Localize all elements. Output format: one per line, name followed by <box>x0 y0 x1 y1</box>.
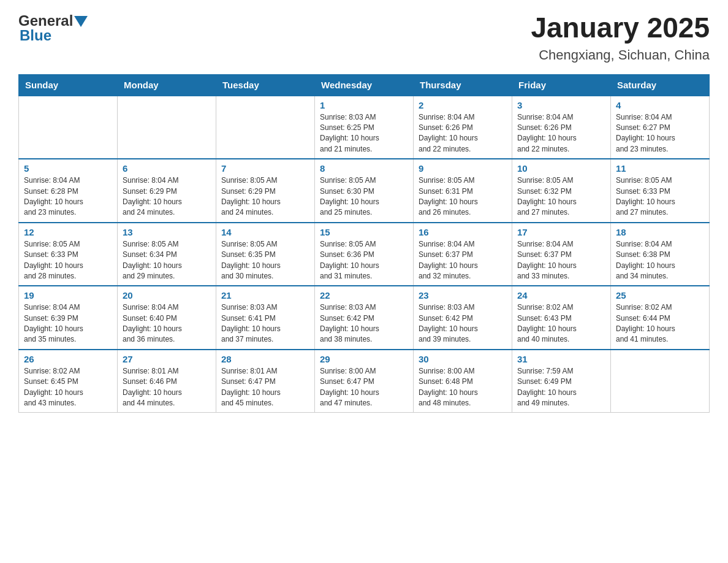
calendar-day-cell: 3Sunrise: 8:04 AM Sunset: 6:26 PM Daylig… <box>512 96 611 159</box>
calendar-day-cell: 22Sunrise: 8:03 AM Sunset: 6:42 PM Dayli… <box>315 286 414 350</box>
day-number: 12 <box>24 227 112 237</box>
calendar-day-cell: 9Sunrise: 8:05 AM Sunset: 6:31 PM Daylig… <box>414 159 512 223</box>
day-info: Sunrise: 8:05 AM Sunset: 6:35 PM Dayligh… <box>221 239 309 282</box>
day-info: Sunrise: 8:04 AM Sunset: 6:26 PM Dayligh… <box>419 112 507 155</box>
day-number: 19 <box>24 290 112 301</box>
day-number: 21 <box>221 290 309 301</box>
day-number: 14 <box>221 227 309 237</box>
calendar-week-row: 19Sunrise: 8:04 AM Sunset: 6:39 PM Dayli… <box>19 286 710 350</box>
logo-triangle-icon <box>74 16 88 27</box>
day-info: Sunrise: 8:05 AM Sunset: 6:34 PM Dayligh… <box>123 239 211 282</box>
day-number: 10 <box>517 163 605 174</box>
calendar-week-row: 12Sunrise: 8:05 AM Sunset: 6:33 PM Dayli… <box>19 223 710 286</box>
calendar-week-row: 26Sunrise: 8:02 AM Sunset: 6:45 PM Dayli… <box>19 350 710 413</box>
day-number: 17 <box>517 227 605 237</box>
calendar-day-cell: 29Sunrise: 8:00 AM Sunset: 6:47 PM Dayli… <box>315 350 414 413</box>
day-info: Sunrise: 8:04 AM Sunset: 6:39 PM Dayligh… <box>24 302 112 345</box>
calendar-day-cell: 2Sunrise: 8:04 AM Sunset: 6:26 PM Daylig… <box>414 96 512 159</box>
day-number: 26 <box>24 354 112 364</box>
day-number: 11 <box>616 163 704 174</box>
calendar-day-cell: 19Sunrise: 8:04 AM Sunset: 6:39 PM Dayli… <box>19 286 118 350</box>
title-block: January 2025 Chengxiang, Sichuan, China <box>531 12 710 63</box>
calendar-day-cell: 21Sunrise: 8:03 AM Sunset: 6:41 PM Dayli… <box>216 286 315 350</box>
day-info: Sunrise: 8:03 AM Sunset: 6:41 PM Dayligh… <box>221 302 309 345</box>
day-number: 24 <box>517 290 605 301</box>
calendar-day-cell <box>611 350 710 413</box>
day-info: Sunrise: 8:03 AM Sunset: 6:42 PM Dayligh… <box>419 302 507 345</box>
day-info: Sunrise: 8:01 AM Sunset: 6:46 PM Dayligh… <box>123 366 211 409</box>
day-info: Sunrise: 8:00 AM Sunset: 6:47 PM Dayligh… <box>320 366 408 409</box>
calendar-day-cell: 20Sunrise: 8:04 AM Sunset: 6:40 PM Dayli… <box>118 286 216 350</box>
day-info: Sunrise: 8:05 AM Sunset: 6:30 PM Dayligh… <box>320 175 408 218</box>
day-info: Sunrise: 8:05 AM Sunset: 6:29 PM Dayligh… <box>221 175 309 218</box>
day-number: 23 <box>419 290 507 301</box>
calendar-day-cell: 26Sunrise: 8:02 AM Sunset: 6:45 PM Dayli… <box>19 350 118 413</box>
svg-marker-0 <box>74 16 88 27</box>
day-info: Sunrise: 8:04 AM Sunset: 6:37 PM Dayligh… <box>517 239 605 282</box>
calendar-day-cell: 12Sunrise: 8:05 AM Sunset: 6:33 PM Dayli… <box>19 223 118 286</box>
day-info: Sunrise: 8:04 AM Sunset: 6:38 PM Dayligh… <box>616 239 704 282</box>
day-number: 7 <box>221 163 309 174</box>
calendar-day-cell: 24Sunrise: 8:02 AM Sunset: 6:43 PM Dayli… <box>512 286 611 350</box>
calendar-day-cell: 8Sunrise: 8:05 AM Sunset: 6:30 PM Daylig… <box>315 159 414 223</box>
day-number: 22 <box>320 290 408 301</box>
day-number: 29 <box>320 354 408 364</box>
location-title: Chengxiang, Sichuan, China <box>531 47 710 63</box>
calendar-day-cell: 1Sunrise: 8:03 AM Sunset: 6:25 PM Daylig… <box>315 96 414 159</box>
day-number: 30 <box>419 354 507 364</box>
day-info: Sunrise: 8:02 AM Sunset: 6:43 PM Dayligh… <box>517 302 605 345</box>
calendar-day-cell: 18Sunrise: 8:04 AM Sunset: 6:38 PM Dayli… <box>611 223 710 286</box>
day-info: Sunrise: 8:05 AM Sunset: 6:32 PM Dayligh… <box>517 175 605 218</box>
day-number: 9 <box>419 163 507 174</box>
calendar-day-cell: 7Sunrise: 8:05 AM Sunset: 6:29 PM Daylig… <box>216 159 315 223</box>
month-title: January 2025 <box>531 12 710 44</box>
day-info: Sunrise: 8:05 AM Sunset: 6:33 PM Dayligh… <box>616 175 704 218</box>
calendar-day-cell: 4Sunrise: 8:04 AM Sunset: 6:27 PM Daylig… <box>611 96 710 159</box>
day-info: Sunrise: 8:04 AM Sunset: 6:26 PM Dayligh… <box>517 112 605 155</box>
calendar-day-cell: 15Sunrise: 8:05 AM Sunset: 6:36 PM Dayli… <box>315 223 414 286</box>
day-of-week-header: Saturday <box>611 74 710 96</box>
calendar-day-cell: 17Sunrise: 8:04 AM Sunset: 6:37 PM Dayli… <box>512 223 611 286</box>
day-number: 15 <box>320 227 408 237</box>
day-info: Sunrise: 8:02 AM Sunset: 6:44 PM Dayligh… <box>616 302 704 345</box>
day-of-week-header: Thursday <box>414 74 512 96</box>
day-number: 4 <box>616 100 704 110</box>
logo-blue-text: Blue <box>20 27 51 44</box>
day-number: 28 <box>221 354 309 364</box>
calendar-day-cell: 25Sunrise: 8:02 AM Sunset: 6:44 PM Dayli… <box>611 286 710 350</box>
day-number: 25 <box>616 290 704 301</box>
day-number: 5 <box>24 163 112 174</box>
day-info: Sunrise: 8:01 AM Sunset: 6:47 PM Dayligh… <box>221 366 309 409</box>
calendar-day-cell: 6Sunrise: 8:04 AM Sunset: 6:29 PM Daylig… <box>118 159 216 223</box>
calendar-day-cell: 27Sunrise: 8:01 AM Sunset: 6:46 PM Dayli… <box>118 350 216 413</box>
calendar-week-row: 1Sunrise: 8:03 AM Sunset: 6:25 PM Daylig… <box>19 96 710 159</box>
day-of-week-header: Tuesday <box>216 74 315 96</box>
day-info: Sunrise: 8:02 AM Sunset: 6:45 PM Dayligh… <box>24 366 112 409</box>
page-header: General Blue January 2025 Chengxiang, Si… <box>18 12 710 63</box>
day-info: Sunrise: 8:04 AM Sunset: 6:37 PM Dayligh… <box>419 239 507 282</box>
calendar-day-cell: 14Sunrise: 8:05 AM Sunset: 6:35 PM Dayli… <box>216 223 315 286</box>
day-info: Sunrise: 8:05 AM Sunset: 6:31 PM Dayligh… <box>419 175 507 218</box>
day-info: Sunrise: 8:04 AM Sunset: 6:27 PM Dayligh… <box>616 112 704 155</box>
day-info: Sunrise: 8:03 AM Sunset: 6:42 PM Dayligh… <box>320 302 408 345</box>
calendar-day-cell: 16Sunrise: 8:04 AM Sunset: 6:37 PM Dayli… <box>414 223 512 286</box>
day-number: 27 <box>123 354 211 364</box>
day-of-week-header: Monday <box>118 74 216 96</box>
day-info: Sunrise: 8:05 AM Sunset: 6:36 PM Dayligh… <box>320 239 408 282</box>
calendar-day-cell: 11Sunrise: 8:05 AM Sunset: 6:33 PM Dayli… <box>611 159 710 223</box>
calendar-day-cell: 30Sunrise: 8:00 AM Sunset: 6:48 PM Dayli… <box>414 350 512 413</box>
calendar-day-cell <box>216 96 315 159</box>
calendar-table: SundayMondayTuesdayWednesdayThursdayFrid… <box>18 74 710 413</box>
calendar-day-cell: 31Sunrise: 7:59 AM Sunset: 6:49 PM Dayli… <box>512 350 611 413</box>
day-of-week-header: Wednesday <box>315 74 414 96</box>
day-number: 2 <box>419 100 507 110</box>
calendar-day-cell: 28Sunrise: 8:01 AM Sunset: 6:47 PM Dayli… <box>216 350 315 413</box>
day-info: Sunrise: 8:03 AM Sunset: 6:25 PM Dayligh… <box>320 112 408 155</box>
day-info: Sunrise: 7:59 AM Sunset: 6:49 PM Dayligh… <box>517 366 605 409</box>
calendar-header-row: SundayMondayTuesdayWednesdayThursdayFrid… <box>19 74 710 96</box>
day-info: Sunrise: 8:04 AM Sunset: 6:29 PM Dayligh… <box>123 175 211 218</box>
day-number: 16 <box>419 227 507 237</box>
day-number: 13 <box>123 227 211 237</box>
day-info: Sunrise: 8:04 AM Sunset: 6:28 PM Dayligh… <box>24 175 112 218</box>
day-number: 31 <box>517 354 605 364</box>
